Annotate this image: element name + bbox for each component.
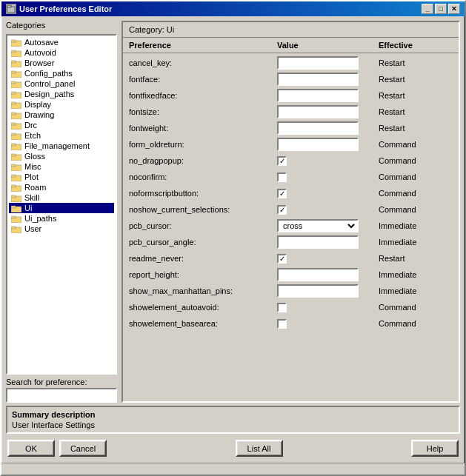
pref-value-14[interactable]	[277, 284, 379, 298]
app-icon	[6, 4, 16, 14]
pref-select-10[interactable]: crossarrowdot	[277, 219, 359, 232]
pref-name-5: form_oldreturn:	[129, 140, 277, 149]
pref-text-input-13[interactable]	[277, 268, 359, 281]
pref-value-3[interactable]	[277, 105, 379, 118]
folder-icon	[10, 48, 22, 57]
pref-checkbox-12[interactable]	[277, 254, 287, 264]
cat-item-autosave[interactable]: Autosave	[9, 37, 114, 47]
cat-item-drawing[interactable]: Drawing	[9, 110, 114, 120]
pref-row-5: form_oldreturn:Command	[129, 136, 453, 152]
pref-checkbox-7[interactable]	[277, 172, 287, 182]
help-button[interactable]: Help	[411, 440, 459, 457]
categories-box[interactable]: Autosave Autovoid Browser Config_paths C…	[6, 34, 117, 375]
pref-value-15[interactable]	[277, 303, 379, 312]
svg-rect-3	[11, 40, 16, 42]
pref-value-0[interactable]	[277, 56, 379, 70]
cat-item-display[interactable]: Display	[9, 99, 114, 110]
cat-item-roam[interactable]: Roam	[9, 182, 114, 192]
pref-checkbox-9[interactable]	[277, 205, 287, 215]
pref-value-7[interactable]	[277, 172, 379, 182]
pref-value-6[interactable]	[277, 156, 379, 166]
folder-icon	[10, 121, 22, 130]
folder-icon	[10, 79, 22, 88]
pref-text-input-5[interactable]	[277, 138, 359, 151]
pref-value-4[interactable]	[277, 121, 379, 135]
folder-icon	[10, 162, 22, 171]
title-bar: User Preferences Editor _ □ ✕	[1, 1, 465, 16]
pref-effective-7: Command	[379, 172, 453, 181]
cancel-button[interactable]: Cancel	[59, 440, 107, 457]
pref-value-10[interactable]: crossarrowdot	[277, 219, 379, 232]
cat-item-design_paths[interactable]: Design_paths	[9, 89, 114, 99]
pref-text-input-11[interactable]	[277, 235, 359, 249]
pref-text-input-4[interactable]	[277, 121, 359, 135]
pref-name-9: noshow_current_selections:	[129, 205, 277, 214]
cat-item-drc[interactable]: Drc	[9, 120, 114, 130]
pref-effective-0: Restart	[379, 58, 453, 67]
pref-text-input-1[interactable]	[277, 73, 359, 86]
cat-item-user[interactable]: User	[9, 224, 114, 234]
list-all-button[interactable]: List All	[236, 440, 283, 457]
cat-item-skill[interactable]: Skill	[9, 192, 114, 203]
pref-value-1[interactable]	[277, 73, 379, 86]
pref-value-12[interactable]	[277, 254, 379, 264]
cat-item-etch[interactable]: Etch	[9, 130, 114, 141]
cat-item-ui[interactable]: Ui	[9, 203, 114, 213]
cat-item-config_paths[interactable]: Config_paths	[9, 68, 114, 78]
pref-value-13[interactable]	[277, 268, 379, 281]
cat-item-ui_paths[interactable]: Ui_paths	[9, 213, 114, 224]
pref-text-input-0[interactable]	[277, 56, 359, 70]
search-input[interactable]	[6, 388, 117, 403]
svg-rect-17	[11, 113, 16, 115]
pref-value-9[interactable]	[277, 205, 379, 215]
cat-item-plot[interactable]: Plot	[9, 172, 114, 182]
pref-effective-5: Command	[379, 140, 453, 149]
pref-text-input-3[interactable]	[277, 105, 359, 118]
cat-item-misc[interactable]: Misc	[9, 161, 114, 172]
pref-name-1: fontface:	[129, 75, 277, 84]
pref-text-input-2[interactable]	[277, 89, 359, 102]
close-button[interactable]: ✕	[448, 4, 460, 14]
pref-row-9: noshow_current_selections:Command	[129, 201, 453, 218]
cat-item-file_management[interactable]: File_management	[9, 141, 114, 151]
pref-text-input-14[interactable]	[277, 284, 359, 298]
pref-name-13: report_height:	[129, 270, 277, 279]
svg-rect-37	[11, 216, 16, 218]
pref-value-5[interactable]	[277, 138, 379, 151]
prefs-scroll[interactable]: cancel_key:Restartfontface:Restartfontfi…	[123, 53, 459, 401]
pref-name-15: showelement_autoavoid:	[129, 303, 277, 312]
cat-label: Etch	[24, 131, 41, 140]
cat-label: Control_panel	[24, 79, 76, 88]
pref-name-0: cancel_key:	[129, 58, 277, 67]
pref-checkbox-6[interactable]	[277, 156, 287, 166]
pref-row-12: readme_never:Restart	[129, 250, 453, 267]
pref-value-16[interactable]	[277, 319, 379, 329]
maximize-button[interactable]: □	[435, 4, 447, 14]
pref-name-7: noconfirm:	[129, 172, 277, 181]
right-panel: Category: Ui Preference Value Effective …	[122, 21, 460, 403]
minimize-button[interactable]: _	[422, 4, 433, 14]
cat-item-autovoid[interactable]: Autovoid	[9, 47, 114, 58]
folder-icon	[10, 214, 22, 223]
folder-icon	[10, 224, 22, 233]
pref-checkbox-16[interactable]	[277, 319, 287, 329]
pref-name-2: fontfixedface:	[129, 91, 277, 100]
pref-checkbox-15[interactable]	[277, 303, 287, 312]
cat-item-control_panel[interactable]: Control_panel	[9, 78, 114, 89]
cat-label: Gloss	[24, 152, 45, 161]
pref-name-4: fontweight:	[129, 124, 277, 133]
pref-effective-6: Command	[379, 156, 453, 165]
pref-name-12: readme_never:	[129, 254, 277, 263]
folder-icon	[10, 183, 22, 192]
pref-checkbox-8[interactable]	[277, 189, 287, 198]
folder-icon	[10, 110, 22, 119]
status-bar	[1, 463, 465, 475]
pref-value-2[interactable]	[277, 89, 379, 102]
cat-item-gloss[interactable]: Gloss	[9, 151, 114, 161]
pref-value-8[interactable]	[277, 189, 379, 198]
pref-value-11[interactable]	[277, 235, 379, 249]
ok-button[interactable]: OK	[7, 440, 55, 457]
cat-label: Config_paths	[24, 69, 73, 78]
folder-icon	[10, 193, 22, 202]
cat-item-browser[interactable]: Browser	[9, 58, 114, 68]
